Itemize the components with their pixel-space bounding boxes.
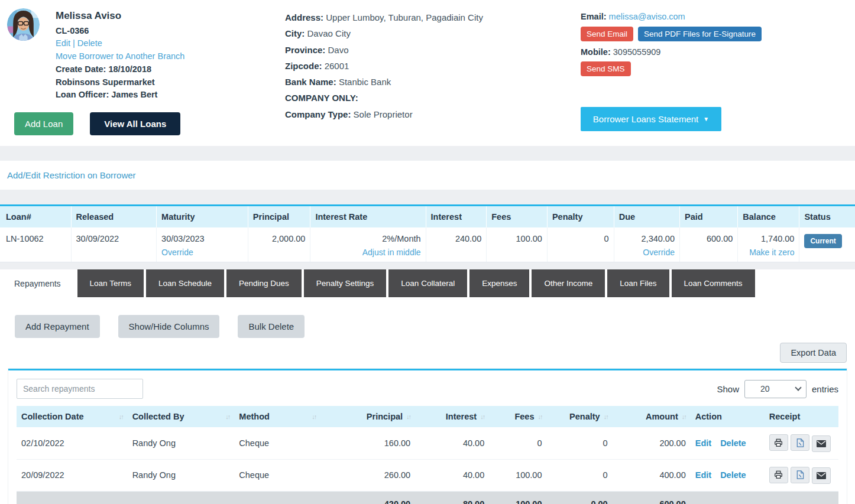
city-value: Davao City — [307, 28, 351, 38]
principal-cell: 260.00 — [320, 459, 415, 492]
fees-cell: 100.00 — [489, 459, 546, 492]
sort-icon[interactable]: ↓↑ — [406, 413, 410, 420]
due-override-link[interactable]: Override — [619, 248, 675, 257]
loan-header-status: Status — [799, 206, 855, 228]
show-label: Show — [717, 384, 739, 394]
repayment-row: 20/09/2022 Randy Ong Cheque 260.00 40.00… — [17, 459, 838, 492]
loan-officer: Loan Officer: James Bert — [56, 89, 184, 102]
show-hide-columns-button[interactable]: Show/Hide Columns — [118, 315, 220, 338]
tab-loan-terms[interactable]: Loan Terms — [77, 269, 144, 297]
totals-empty — [128, 492, 235, 504]
penalty-cell: 0 — [547, 459, 613, 492]
sort-icon[interactable]: ↓↑ — [538, 413, 542, 420]
search-repayments-input[interactable] — [17, 379, 143, 399]
tab-other-income[interactable]: Other Income — [532, 269, 605, 297]
add-repayment-button[interactable]: Add Repayment — [15, 315, 100, 338]
loan-principal-cell: 2,000.00 — [248, 227, 310, 262]
tab-expenses[interactable]: Expenses — [469, 269, 529, 297]
header-interest-label: Interest — [446, 412, 477, 421]
loan-header-paid: Paid — [680, 206, 738, 228]
add-edit-restriction-link[interactable]: Add/Edit Restriction on Borrower — [7, 170, 136, 180]
total-penalty: 0.00 — [547, 492, 613, 504]
interest-cell: 40.00 — [415, 459, 489, 492]
move-borrower-link[interactable]: Move Borrower to Another Branch — [56, 51, 184, 61]
export-data-button[interactable]: Export Data — [780, 343, 847, 363]
loan-balance-cell: 1,740.00 Make it zero — [738, 227, 799, 262]
collection-date-cell: 02/10/2022 — [17, 427, 128, 459]
print-receipt-button[interactable] — [769, 467, 788, 483]
header-collection-date[interactable]: Collection Date↓↑ — [17, 406, 128, 427]
sort-icon[interactable]: ↓↑ — [312, 413, 316, 420]
maturity-date: 30/03/2023 — [161, 234, 205, 243]
tab-loan-collateral[interactable]: Loan Collateral — [388, 269, 467, 297]
pdf-receipt-button[interactable] — [791, 434, 809, 451]
view-all-loans-button[interactable]: View All Loans — [90, 112, 180, 135]
repayment-row: 02/10/2022 Randy Ong Cheque 160.00 40.00… — [17, 427, 838, 459]
header-penalty-label: Penalty — [569, 412, 600, 421]
loan-released-cell: 30/09/2022 — [71, 227, 157, 262]
bulk-delete-button[interactable]: Bulk Delete — [238, 315, 305, 338]
tab-loan-files[interactable]: Loan Files — [607, 269, 669, 297]
section-divider — [0, 190, 855, 204]
header-amount[interactable]: Amount↓↑ — [613, 406, 691, 427]
maturity-override-link[interactable]: Override — [161, 248, 243, 257]
borrower-loans-statement-dropdown[interactable]: Borrower Loans Statement ▼ — [581, 107, 721, 131]
adjust-in-middle-link[interactable]: Adjust in middle — [315, 248, 420, 257]
envelope-icon — [817, 440, 826, 447]
tab-penalty-settings[interactable]: Penalty Settings — [304, 269, 387, 297]
totals-empty — [234, 492, 320, 504]
header-collected-by[interactable]: Collected By↓↑ — [128, 406, 235, 427]
province-value: Davo — [328, 45, 349, 55]
bank-name-label: Bank Name: — [285, 77, 336, 87]
printer-icon — [774, 438, 783, 447]
amount-cell: 200.00 — [613, 427, 691, 459]
header-receipt: Receipt — [765, 406, 838, 427]
email-receipt-button[interactable] — [812, 467, 831, 484]
sort-icon[interactable]: ↓↑ — [119, 413, 123, 420]
tab-pending-dues[interactable]: Pending Dues — [226, 269, 302, 297]
delete-repayment-link[interactable]: Delete — [720, 470, 746, 480]
collection-date-cell: 20/09/2022 — [17, 459, 128, 492]
send-email-button[interactable]: Send Email — [581, 27, 633, 41]
create-date: Create Date: 18/10/2018 — [56, 63, 184, 76]
make-it-zero-link[interactable]: Make it zero — [743, 248, 794, 257]
sort-icon[interactable]: ↓↑ — [225, 413, 229, 420]
header-fees[interactable]: Fees↓↑ — [489, 406, 546, 427]
loan-row: LN-10062 30/09/2022 30/03/2023 Override … — [0, 227, 855, 262]
tab-loan-schedule[interactable]: Loan Schedule — [146, 269, 224, 297]
page-size-select[interactable]: 20 — [744, 380, 807, 398]
province-label: Province: — [285, 45, 325, 55]
header-interest[interactable]: Interest↓↑ — [415, 406, 489, 427]
pdf-receipt-button[interactable] — [791, 467, 809, 483]
header-penalty[interactable]: Penalty↓↑ — [547, 406, 613, 427]
header-method[interactable]: Method↓↑ — [234, 406, 320, 427]
send-sms-button[interactable]: Send SMS — [581, 61, 631, 76]
company-type-label: Company Type: — [285, 109, 351, 119]
delete-repayment-link[interactable]: Delete — [720, 438, 746, 448]
loan-due-cell: 2,340.00 Override — [614, 227, 679, 262]
sort-icon[interactable]: ↓↑ — [682, 413, 686, 420]
loan-tabs: Repayments Loan Terms Loan Schedule Pend… — [0, 269, 855, 297]
pdf-file-icon — [796, 438, 804, 447]
company-only-label: COMPANY ONLY: — [285, 93, 358, 103]
sort-icon[interactable]: ↓↑ — [480, 413, 484, 420]
total-amount: 600.00 — [613, 492, 691, 504]
edit-borrower-link[interactable]: Edit — [56, 38, 70, 48]
edit-repayment-link[interactable]: Edit — [695, 470, 711, 480]
email-receipt-button[interactable] — [812, 435, 831, 452]
tab-repayments[interactable]: Repayments — [0, 269, 75, 297]
tab-loan-comments[interactable]: Loan Comments — [672, 269, 755, 297]
penalty-cell: 0 — [547, 427, 613, 459]
header-fees-label: Fees — [514, 412, 534, 421]
sort-icon[interactable]: ↓↑ — [604, 413, 608, 420]
print-receipt-button[interactable] — [769, 434, 788, 451]
add-loan-button[interactable]: Add Loan — [14, 112, 73, 135]
section-divider — [0, 146, 855, 161]
delete-borrower-link[interactable]: Delete — [77, 38, 102, 48]
email-link[interactable]: melissa@aviso.com — [609, 12, 685, 21]
edit-repayment-link[interactable]: Edit — [695, 438, 711, 448]
send-pdf-esignature-button[interactable]: Send PDF Files for E-Signature — [638, 27, 762, 41]
header-principal[interactable]: Principal↓↑ — [320, 406, 415, 427]
caret-down-icon: ▼ — [703, 116, 709, 122]
section-divider — [0, 262, 855, 269]
